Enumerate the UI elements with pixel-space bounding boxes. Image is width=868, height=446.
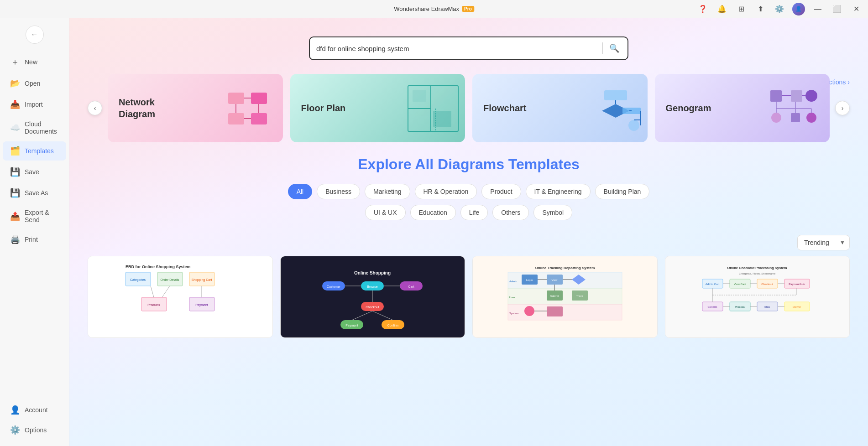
template-thumb-online: Online Shopping Customer Browse Cart Che… [281, 256, 465, 338]
svg-point-83 [524, 306, 534, 316]
svg-rect-0 [228, 93, 244, 104]
help-icon-btn[interactable]: ❓ [696, 3, 709, 16]
filter-life[interactable]: Life [460, 205, 488, 220]
sidebar-item-import[interactable]: 📥 Import [3, 95, 66, 114]
template-card-erd[interactable]: ERD for Online Shopping System Categorie… [88, 256, 273, 338]
carousel-next-btn[interactable]: › [835, 101, 850, 115]
carousel-card-floor[interactable]: Floor Plan [290, 74, 465, 142]
templates-icon: 🗂️ [10, 146, 20, 156]
apps-btn[interactable]: ⊞ [735, 3, 748, 16]
sidebar-label-open: Open [25, 80, 40, 87]
sidebar-item-export[interactable]: 📤 Export & Send [3, 204, 66, 228]
filter-building[interactable]: Building Plan [595, 184, 650, 199]
settings-btn[interactable]: ⚙️ [773, 3, 786, 16]
save-icon: 💾 [10, 167, 20, 177]
filter-marketing[interactable]: Marketing [365, 184, 410, 199]
svg-text:Process: Process [735, 306, 745, 308]
svg-rect-11 [433, 111, 451, 127]
svg-text:Login: Login [526, 279, 533, 281]
back-button[interactable]: ← [26, 26, 44, 44]
filter-education[interactable]: Education [410, 205, 456, 220]
filter-others[interactable]: Others [492, 205, 529, 220]
carousel-label-floor: Floor Plan [301, 102, 346, 114]
svg-text:Order Details: Order Details [160, 278, 179, 281]
filter-symbol[interactable]: Symbol [533, 205, 572, 220]
filter-uiux[interactable]: UI & UX [365, 205, 406, 220]
svg-text:Checkout: Checkout [366, 306, 379, 309]
search-bar: 🔍 [309, 36, 628, 60]
filter-business[interactable]: Business [317, 184, 360, 199]
filter-it[interactable]: IT & Engineering [526, 184, 591, 199]
close-btn[interactable]: ✕ [850, 3, 863, 16]
sidebar-label-save-as: Save As [25, 189, 48, 197]
import-icon: 📥 [10, 99, 20, 109]
svg-text:Confirm: Confirm [387, 324, 399, 327]
svg-text:Browse: Browse [367, 285, 378, 288]
sidebar-item-cloud[interactable]: ☁️ Cloud Documents [3, 116, 66, 140]
template-card-checkout[interactable]: Online Checkout Processing System Enterp… [665, 256, 850, 338]
maximize-btn[interactable]: ⬜ [831, 3, 843, 16]
app-body: ← ＋ New 📂 Open 📥 Import ☁️ Cloud Documen… [0, 18, 868, 446]
svg-text:Categories: Categories [130, 278, 146, 282]
title-bar: Wondershare EdrawMax Pro ❓ 🔔 ⊞ ⬆ ⚙️ 👤 — … [0, 0, 868, 18]
sidebar-item-new[interactable]: ＋ New [3, 52, 66, 72]
app-name: Wondershare EdrawMax [394, 5, 459, 12]
template-thumb-checkout: Online Checkout Processing System Enterp… [665, 256, 850, 338]
sidebar-item-save-as[interactable]: 💾 Save As [3, 183, 66, 202]
search-button[interactable]: 🔍 [607, 41, 621, 55]
filter-product[interactable]: Product [481, 184, 521, 199]
template-card-online[interactable]: Online Shopping Customer Browse Cart Che… [280, 256, 465, 338]
svg-rect-22 [770, 90, 782, 102]
carousel-card-genogram[interactable]: Genogram [655, 74, 830, 142]
filter-pills: All Business Marketing HR & Operation Pr… [88, 184, 850, 199]
explore-title-highlight: All Diagrams Templates [415, 156, 579, 172]
sidebar-label-options: Options [25, 426, 47, 434]
svg-text:System: System [509, 312, 518, 315]
sidebar-item-open[interactable]: 📂 Open [3, 74, 66, 93]
notification-btn[interactable]: 🔔 [716, 3, 728, 16]
carousel-img-network [224, 88, 278, 140]
title-bar-center: Wondershare EdrawMax Pro [394, 5, 474, 12]
carousel-card-flowchart[interactable]: Flowchart [472, 74, 648, 142]
svg-text:Admin: Admin [509, 280, 517, 283]
svg-text:Payment Info: Payment Info [789, 283, 805, 285]
carousel-img-floor [406, 83, 460, 140]
sidebar-item-account[interactable]: 👤 Account [3, 400, 66, 420]
carousel-img-genogram [766, 83, 825, 140]
new-icon: ＋ [10, 57, 20, 67]
sidebar-item-templates[interactable]: 🗂️ Templates [3, 141, 66, 161]
carousel-card-network[interactable]: NetworkDiagram [108, 74, 283, 142]
search-input[interactable] [316, 45, 598, 52]
explore-title-prefix: Explore [358, 156, 415, 172]
sidebar-label-print: Print [25, 236, 38, 243]
sidebar-item-options[interactable]: ⚙️ Options [3, 420, 66, 440]
search-section: 🔍 [69, 18, 868, 74]
carousel-prev-btn[interactable]: ‹ [88, 101, 102, 115]
sidebar-item-save[interactable]: 💾 Save [3, 162, 66, 182]
svg-point-17 [628, 120, 639, 131]
svg-text:Payment: Payment [345, 324, 358, 327]
sidebar-label-new: New [25, 58, 37, 66]
trending-select[interactable]: Trending Newest Most Used [797, 235, 850, 250]
svg-rect-12 [413, 90, 426, 102]
svg-rect-69 [508, 288, 622, 304]
template-card-admin[interactable]: Online Tracking Reporting System Admin U… [472, 256, 658, 338]
sidebar-item-print[interactable]: 🖨️ Print [3, 230, 66, 249]
svg-rect-84 [547, 306, 563, 316]
svg-text:Shopping Cart: Shopping Cart [191, 278, 212, 282]
minimize-btn[interactable]: — [811, 3, 824, 16]
sidebar-label-account: Account [25, 406, 48, 414]
explore-title: Explore All Diagrams Templates [88, 156, 850, 173]
filter-hr[interactable]: HR & Operation [415, 184, 477, 199]
explore-section: Explore All Diagrams Templates All Busin… [69, 142, 868, 235]
share-btn[interactable]: ⬆ [754, 3, 767, 16]
sidebar-label-templates: Templates [25, 147, 54, 155]
cloud-icon: ☁️ [10, 123, 20, 133]
main-content: 🔍 All Collections › ‹ NetworkDiagram [69, 18, 868, 446]
svg-text:View Cart: View Cart [734, 283, 746, 285]
filter-all[interactable]: All [288, 184, 313, 199]
export-icon: 📤 [10, 211, 20, 221]
avatar[interactable]: 👤 [792, 3, 805, 16]
svg-text:Products: Products [147, 303, 160, 306]
svg-text:Add to Cart: Add to Cart [706, 283, 720, 285]
